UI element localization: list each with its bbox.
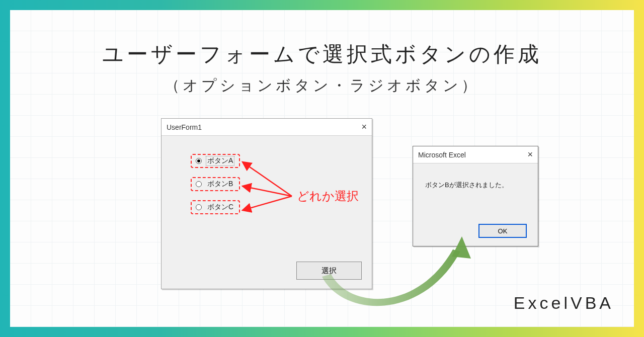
option-group: ボタンA ボタンB ボタンC (191, 154, 240, 223)
option-a-label: ボタンA (206, 156, 234, 166)
close-icon[interactable]: × (361, 122, 367, 132)
page-subtitle: （オプションボタン・ラジオボタン） (10, 75, 634, 96)
radio-icon (196, 204, 202, 210)
brand-label: ExcelVBA (514, 293, 614, 313)
userform-titlebar: UserForm1 × (162, 119, 372, 136)
title-pre: ユーザーフォームで (102, 42, 323, 66)
option-c[interactable]: ボタンC (191, 200, 240, 214)
msgbox-title: Microsoft Excel (418, 151, 466, 159)
option-a[interactable]: ボタンA (191, 154, 240, 168)
title-highlight: 選択 (323, 40, 371, 68)
annotation-label: どれか選択 (297, 188, 359, 204)
close-icon[interactable]: × (527, 149, 533, 160)
title-post: 式ボタンの作成 (371, 42, 542, 66)
msgbox-titlebar: Microsoft Excel × (413, 146, 538, 163)
page-title: ユーザーフォームで選択式ボタンの作成 (10, 40, 634, 68)
flow-arrow (262, 231, 493, 327)
option-c-label: ボタンC (206, 202, 235, 212)
msgbox-message: ボタンBが選択されました。 (425, 181, 508, 190)
userform-title: UserForm1 (167, 123, 202, 131)
radio-icon (196, 158, 202, 164)
option-b[interactable]: ボタンB (191, 177, 240, 191)
option-b-label: ボタンB (206, 179, 234, 189)
radio-icon (196, 181, 202, 187)
